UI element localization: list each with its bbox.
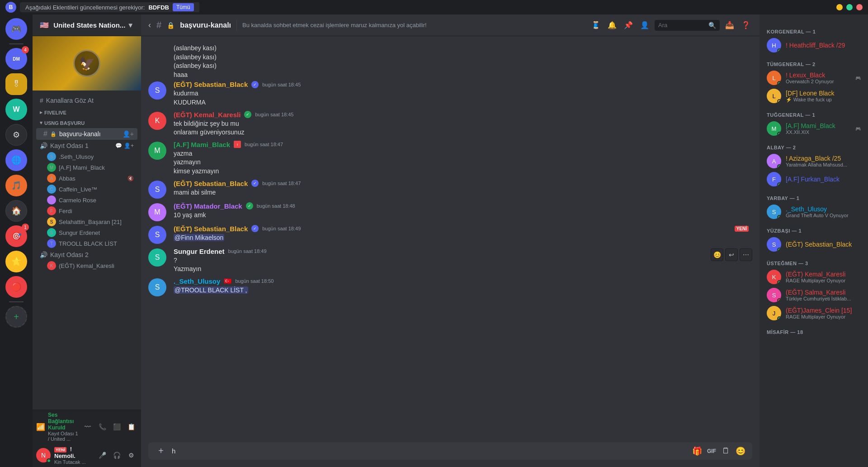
- reply-btn[interactable]: ↩: [725, 248, 738, 261]
- msg-time-matador: bugün saat 18:48: [257, 203, 295, 209]
- voice-member-avatar-carmelo: C: [47, 195, 56, 205]
- member-lexux[interactable]: L ! Lexux_Black Overwatch 2 Oynuyor 🎮: [763, 69, 864, 87]
- server-icon-7[interactable]: 🎯 1: [5, 225, 27, 247]
- server-icon-4[interactable]: 🌐: [5, 149, 27, 171]
- gift-button[interactable]: 🎁: [691, 445, 703, 457]
- voice-member-seth[interactable]: S .Seth_Ulusoy: [43, 151, 137, 162]
- attach-button[interactable]: +: [154, 444, 168, 458]
- msg-author-sebastian-1[interactable]: (EĞT) Sebastian_Black: [174, 81, 248, 88]
- member-azizaga[interactable]: A ! Azizaga_Black /25 Yaratmak Allaha Ma…: [763, 152, 864, 170]
- msg-author-seth[interactable]: ._Seth_Ulusoy: [174, 277, 220, 285]
- msg-author-sebastian-2[interactable]: (EĞT) Sebastian_Black: [174, 180, 248, 187]
- emoji-button[interactable]: 😊: [734, 445, 747, 457]
- close-button[interactable]: [856, 4, 863, 10]
- settings-button[interactable]: ⚙: [125, 449, 137, 462]
- voice-member-carmelo[interactable]: C Carmelo Rose: [43, 195, 137, 205]
- category-fivelive[interactable]: ▸ FIVELIVE: [33, 107, 141, 117]
- msg-author-sungur[interactable]: Sungur Erdenet: [174, 248, 225, 255]
- msg-line-seth-a: @TROOLL BLACK LİST ,: [174, 286, 752, 295]
- avatar-seth[interactable]: S: [148, 278, 166, 296]
- pin-button[interactable]: 📌: [622, 19, 635, 32]
- avatar-sebastian-2[interactable]: S: [148, 181, 166, 199]
- member-info-seth-right: ._Seth_Ulusoy Grand Theft Auto V Oynuyor: [786, 205, 861, 218]
- voice-member-mami[interactable]: M [A.F] Mami_Black: [43, 162, 137, 173]
- voice-member-kemal[interactable]: K (EĞT) Kemal_Karesli: [43, 260, 137, 271]
- server-icon-usna[interactable]: 🎖: [5, 73, 27, 95]
- voice-notes-btn[interactable]: 📋: [125, 420, 137, 433]
- avatar-matador[interactable]: M: [148, 203, 166, 221]
- member-mami[interactable]: M [A.F] Mami_Black XX.XII.XIX 🎮: [763, 119, 864, 138]
- avatar-mami[interactable]: M: [148, 142, 166, 160]
- avatar-sungur[interactable]: S: [148, 248, 166, 267]
- discord-home-button[interactable]: 🎮: [5, 18, 27, 40]
- voice-member-ferdi[interactable]: F Ferdi: [43, 205, 137, 216]
- voice-member-avatar-kemal: K: [47, 261, 56, 270]
- server-icon-1[interactable]: DM 4: [5, 48, 27, 70]
- avatar-sebastian-1[interactable]: S: [148, 81, 166, 100]
- maximize-button[interactable]: [846, 4, 853, 10]
- search-box[interactable]: Ara 🔍: [655, 20, 720, 31]
- member-leone[interactable]: L [DF] Leone Black ⚡ Wake the fuck up: [763, 87, 864, 105]
- voice-member-abbas[interactable]: A Abbas 🔇: [43, 173, 137, 184]
- voice-member-trooll[interactable]: T TROOLL BLACK LİST: [43, 238, 137, 249]
- voice-member-sungur[interactable]: S Sungur Erdenet: [43, 227, 137, 238]
- server-icon-3[interactable]: ⚙: [5, 124, 27, 146]
- minimize-button[interactable]: [836, 4, 843, 10]
- voice-channel-2-header[interactable]: 🔊 Kayıt Odası 2: [36, 249, 137, 260]
- msg-author-mami[interactable]: [A.F] Mami_Black: [174, 141, 230, 148]
- avatar-kemal-1[interactable]: K: [148, 112, 166, 130]
- voice-member-name-mami: [A.F] Mami_Black: [59, 164, 105, 171]
- avatar-sebastian-3[interactable]: S: [148, 226, 166, 244]
- more-btn[interactable]: ⋯: [740, 248, 752, 261]
- msg-line-kemal-1a: tek bildiğiniz şey bu mu: [174, 119, 752, 129]
- member-james[interactable]: J (EĞT)James_Clein [15] RAGE Multiplayer…: [763, 304, 864, 322]
- server-icon-5[interactable]: 🎵: [5, 175, 27, 196]
- server-icon-9[interactable]: 🔴: [5, 276, 27, 298]
- voice-member-selahattin[interactable]: S Selahattin_Başaran [21]: [43, 216, 137, 227]
- msg-time-kemal-1: bugün saat 18:45: [255, 112, 293, 117]
- message-input[interactable]: [172, 442, 687, 460]
- threads-button[interactable]: 🧵: [590, 19, 602, 32]
- msg-author-kemal-1[interactable]: (EĞT) Kemal_Karesli: [174, 111, 241, 119]
- sticker-button[interactable]: 🗒: [720, 445, 732, 457]
- message-input-container: + 🎁 GIF 🗒 😊: [148, 442, 752, 460]
- mic-button[interactable]: 🎤: [96, 449, 108, 462]
- inbox-button[interactable]: 📥: [723, 19, 736, 32]
- server-icon-8[interactable]: ⭐: [5, 251, 27, 272]
- gif-button[interactable]: GIF: [705, 445, 718, 457]
- voice-expand-btn[interactable]: ⬛: [110, 420, 123, 433]
- update-plugin: BDFDB: [148, 4, 169, 11]
- channel-basvuru-kanali[interactable]: # 🔒 başvuru-kanalı 👤+: [36, 128, 137, 140]
- voice-member-name-trooll: TROOLL BLACK LİST: [59, 240, 117, 247]
- voice-phone-btn[interactable]: 📞: [96, 420, 108, 433]
- add-server-button[interactable]: +: [5, 306, 27, 328]
- msg-author-matador[interactable]: (EĞT) Matador_Black: [174, 202, 242, 210]
- help-button[interactable]: ❓: [740, 19, 752, 32]
- member-furkan[interactable]: F [A.F] Furkan_Black: [763, 170, 864, 188]
- voice-member-caffein[interactable]: C Caffein_Live™: [43, 184, 137, 195]
- server-flag: 🇺🇸: [40, 21, 49, 29]
- server-icon-w[interactable]: W: [5, 99, 27, 120]
- update-text: Aşağıdaki Eklentileri güncellenmesi gere…: [25, 4, 145, 11]
- react-btn[interactable]: 😊: [711, 248, 723, 261]
- member-kemal-right[interactable]: K (EĞT) Kemal_Karesli RAGE Multiplayer O…: [763, 268, 864, 286]
- member-heathcliff[interactable]: H ! Heathcliff_Black /29: [763, 36, 864, 54]
- messages-area[interactable]: (aslanbey kası) (aslanbey kası) (aslanbe…: [141, 36, 760, 442]
- update-button[interactable]: Tümü: [173, 3, 194, 11]
- notification-button[interactable]: 🔔: [606, 19, 618, 32]
- headphones-button[interactable]: 🎧: [110, 449, 123, 462]
- msg-time-sebastian-2: bugün saat 18:47: [262, 181, 301, 186]
- server-header[interactable]: 🇺🇸 United States Nation... ▼: [33, 14, 141, 36]
- member-sebastian-right[interactable]: S (EĞT) Sebastian_Black: [763, 235, 864, 253]
- voice-waveform-btn[interactable]: 〰: [81, 420, 94, 433]
- members-button[interactable]: 👤: [638, 19, 651, 32]
- category-usng[interactable]: ▾ USNG BAŞVURU: [33, 117, 141, 128]
- member-info-heathcliff: ! Heathcliff_Black /29: [786, 42, 861, 49]
- msg-author-sebastian-3[interactable]: (EĞT) Sebastian_Black: [174, 225, 248, 233]
- browse-channels-button[interactable]: # Kanallara Göz At: [33, 94, 141, 107]
- member-seth-right[interactable]: S ._Seth_Ulusoy Grand Theft Auto V Oynuy…: [763, 203, 864, 221]
- back-icon[interactable]: ‹: [148, 20, 151, 30]
- server-icon-6[interactable]: 🏠: [5, 200, 27, 222]
- voice-channel-1-header[interactable]: 🔊 Kayıt Odası 1 💬 👤+: [36, 140, 137, 151]
- member-salma[interactable]: S (EĞT) Salma_Karesli Türkiye Cumhuriyet…: [763, 286, 864, 304]
